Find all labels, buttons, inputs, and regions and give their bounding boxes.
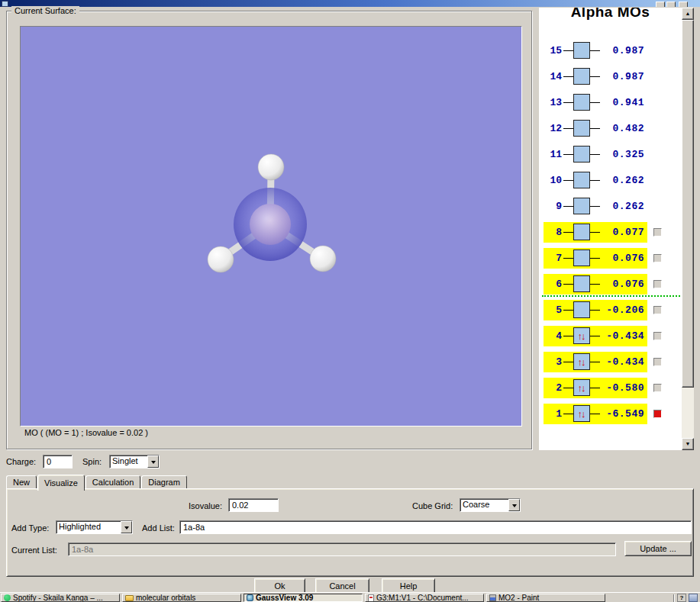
- down-arrow-icon: ↓: [581, 331, 586, 341]
- ok-button[interactable]: Ok: [254, 578, 305, 594]
- mo-box-virtual[interactable]: [573, 275, 590, 292]
- mo-row-7[interactable]: 70.076: [540, 245, 682, 271]
- mo-line-left: [563, 388, 573, 388]
- mo-line-left: [563, 102, 573, 103]
- mo-level-9[interactable]: 90.262: [544, 196, 647, 217]
- charge-input[interactable]: [43, 455, 73, 468]
- spin-dropdown-button[interactable]: [147, 456, 159, 468]
- mo-row-10[interactable]: 100.262: [540, 167, 682, 193]
- visualize-tab-panel: Isovalue: Cube Grid: Coarse Add Type: Hi…: [6, 488, 694, 577]
- mo-row-15[interactable]: 150.987: [540, 37, 682, 63]
- window-titlebar[interactable]: [0, 0, 700, 7]
- mo-index: 5: [547, 304, 562, 316]
- mo-line-left: [563, 206, 573, 207]
- mo-checkbox-2[interactable]: [653, 384, 662, 392]
- mo-row-6[interactable]: 60.076: [540, 271, 682, 297]
- close-button[interactable]: [679, 2, 688, 7]
- mo-row-11[interactable]: 110.325: [540, 141, 682, 167]
- mo-level-15[interactable]: 150.987: [544, 40, 647, 61]
- mo-level-14[interactable]: 140.987: [544, 66, 647, 87]
- mo-box-virtual[interactable]: [573, 42, 590, 59]
- mo-box-virtual[interactable]: [573, 301, 590, 318]
- mo-box-virtual[interactable]: [573, 94, 590, 111]
- cube-grid-select[interactable]: Coarse: [460, 498, 521, 512]
- mo-level-7[interactable]: 70.076: [544, 248, 647, 269]
- mo-box-occupied[interactable]: ↑↓: [573, 353, 590, 370]
- cancel-button[interactable]: Cancel: [315, 578, 369, 594]
- molecule-viewport[interactable]: [20, 26, 522, 427]
- mo-line-right: [590, 362, 600, 362]
- mo-row-12[interactable]: 120.482: [540, 115, 682, 141]
- mo-line-left: [563, 180, 573, 181]
- mo-box-virtual[interactable]: [573, 249, 590, 266]
- mo-row-3[interactable]: 3↑↓-0.434: [540, 349, 682, 375]
- mo-box-occupied[interactable]: ↑↓: [573, 379, 590, 396]
- mo-level-4[interactable]: 4↑↓-0.434: [544, 326, 647, 346]
- mo-index: 8: [547, 227, 562, 238]
- mo-level-5[interactable]: 5-0.206: [544, 300, 647, 320]
- add-type-dropdown-button[interactable]: [121, 521, 132, 533]
- tab-new[interactable]: New: [6, 475, 37, 488]
- mo-row-2[interactable]: 2↑↓-0.580: [540, 375, 682, 401]
- tab-strip: NewVisualizeCalculationDiagram: [6, 474, 188, 490]
- mo-box-virtual[interactable]: [573, 68, 590, 85]
- scrollbar-thumb[interactable]: [682, 20, 694, 388]
- mo-index: 14: [547, 71, 562, 82]
- mo-box-occupied[interactable]: ↑↓: [573, 327, 590, 344]
- mo-level-3[interactable]: 3↑↓-0.434: [544, 352, 647, 372]
- tab-calculation[interactable]: Calculation: [85, 475, 140, 488]
- add-list-input[interactable]: [179, 520, 692, 534]
- maximize-button[interactable]: [666, 2, 676, 7]
- mo-scrollbar[interactable]: ▲ ▼: [682, 8, 694, 450]
- mo-checkbox-7[interactable]: [653, 254, 662, 262]
- mo-row-5[interactable]: 5-0.206: [540, 297, 682, 323]
- help-button[interactable]: Help: [382, 578, 435, 594]
- mo-box-virtual[interactable]: [573, 146, 590, 163]
- help-tray-icon[interactable]: ?: [677, 594, 686, 602]
- mo-level-2[interactable]: 2↑↓-0.580: [544, 378, 647, 398]
- cube-grid-dropdown-button[interactable]: [508, 499, 520, 511]
- mo-checkbox-8[interactable]: [653, 228, 662, 237]
- mo-checkbox-6[interactable]: [653, 280, 662, 288]
- surface-status-text: MO ( (MO = 1) ; Isovalue = 0.02 ): [24, 428, 148, 437]
- mo-box-virtual[interactable]: [573, 198, 590, 214]
- mo-level-8[interactable]: 80.077: [544, 222, 647, 243]
- minimize-button[interactable]: [656, 2, 665, 7]
- taskbar-item-molecular-orbitals[interactable]: molecular orbitals: [122, 594, 241, 602]
- mo-index: 3: [547, 356, 562, 368]
- taskbar-item-spotify-skaila-kanga[interactable]: Spotify - Skaila Kanga – ...: [1, 594, 120, 602]
- molecule-render: [21, 27, 522, 427]
- mo-checkbox-4[interactable]: [653, 332, 662, 340]
- mo-row-13[interactable]: 130.941: [540, 89, 682, 115]
- mo-level-12[interactable]: 120.482: [544, 118, 647, 139]
- tab-visualize[interactable]: Visualize: [37, 475, 85, 491]
- spin-select[interactable]: Singlet: [109, 455, 160, 468]
- mo-box-virtual[interactable]: [573, 224, 590, 240]
- mo-box-virtual[interactable]: [573, 172, 590, 188]
- mo-row-4[interactable]: 4↑↓-0.434: [540, 323, 682, 349]
- scroll-up-icon[interactable]: ▲: [682, 8, 694, 20]
- mo-row-1[interactable]: 1↑↓-6.549: [540, 401, 682, 427]
- mo-row-14[interactable]: 140.987: [540, 63, 682, 89]
- taskbar-item-mo2-paint[interactable]: MO2 - Paint: [486, 594, 605, 602]
- isovalue-input[interactable]: [228, 498, 279, 512]
- mo-box-virtual[interactable]: [573, 120, 590, 137]
- taskbar-item-g3-m1-v1-c-document[interactable]: G3:M1:V1 - C:\Document...: [365, 594, 484, 602]
- mo-checkbox-1[interactable]: [653, 410, 662, 418]
- mo-level-6[interactable]: 60.076: [544, 274, 647, 295]
- taskbar-item-gaussview-3-09[interactable]: GaussView 3.09: [244, 594, 363, 602]
- mo-row-8[interactable]: 80.077: [540, 219, 682, 245]
- add-type-select[interactable]: Highlighted: [56, 520, 133, 534]
- mo-checkbox-5[interactable]: [653, 306, 662, 314]
- scroll-down-icon[interactable]: ▼: [682, 438, 694, 450]
- mo-level-11[interactable]: 110.325: [544, 144, 647, 165]
- tab-diagram[interactable]: Diagram: [141, 475, 187, 488]
- mo-level-13[interactable]: 130.941: [544, 92, 647, 113]
- mo-level-1[interactable]: 1↑↓-6.549: [544, 404, 647, 424]
- update-button[interactable]: Update ...: [624, 541, 692, 556]
- mo-row-9[interactable]: 90.262: [540, 193, 682, 219]
- tray-icon[interactable]: [689, 594, 698, 602]
- mo-checkbox-3[interactable]: [653, 358, 662, 366]
- mo-box-occupied[interactable]: ↑↓: [573, 405, 590, 422]
- mo-level-10[interactable]: 100.262: [544, 170, 647, 191]
